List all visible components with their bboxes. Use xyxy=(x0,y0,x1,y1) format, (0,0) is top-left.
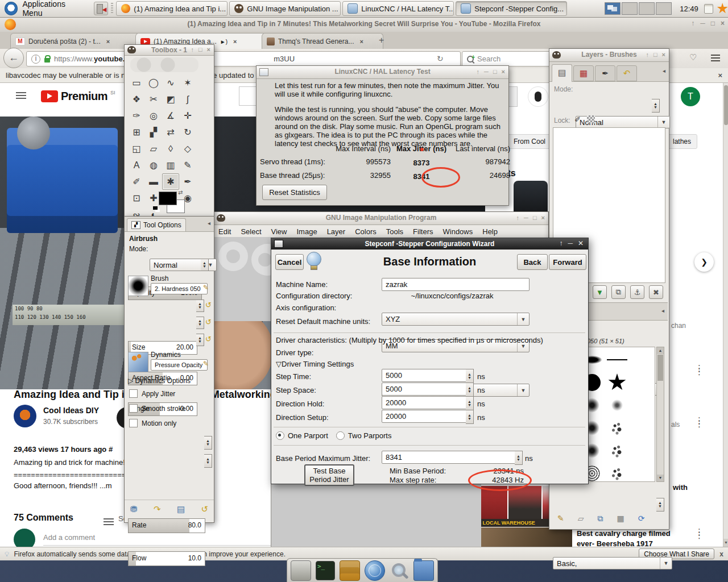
brush-scrollbar[interactable]: ▲ ▼ xyxy=(656,347,664,482)
dock-folder[interactable] xyxy=(413,560,434,581)
tool-crop[interactable]: ▞ xyxy=(145,124,162,140)
tab-gmail[interactable]: M Doručená pošta (2) - t... × xyxy=(10,33,140,49)
scrollbar-down-arrow[interactable]: ▼ xyxy=(723,539,728,547)
test-base-period-jitter-button[interactable]: Test Base Period Jitter xyxy=(304,464,354,486)
forward-button[interactable]: Forward xyxy=(549,254,586,270)
tool-ink[interactable]: ✒ xyxy=(179,173,196,190)
dock-web-browser[interactable] xyxy=(365,560,385,581)
toolbox-titlebar[interactable]: Toolbox - 1 ↑□× xyxy=(125,45,214,56)
url-bar[interactable]: i https://www.youtube. m3UU xyxy=(26,51,461,66)
duplicate-brush-icon[interactable]: ⧉ xyxy=(598,514,603,523)
aspect-spinner[interactable]: ▲▼ xyxy=(196,317,204,329)
tool-cage-transform[interactable]: ◇ xyxy=(179,140,196,157)
direction-hold-input[interactable]: 20000 xyxy=(382,396,473,409)
panel-clock[interactable]: 12:49 xyxy=(680,5,698,13)
dock-terminal[interactable]: >_ xyxy=(316,561,335,580)
tool-ellipse-select[interactable]: ◯ xyxy=(145,74,162,91)
minimize-icon[interactable]: ─ xyxy=(484,68,489,75)
tool-scale[interactable]: ◱ xyxy=(128,140,145,157)
maximize-icon[interactable]: □ xyxy=(653,51,657,58)
tool-color-picker[interactable]: ✑ xyxy=(128,107,145,124)
notification-close-icon[interactable]: × xyxy=(718,71,722,80)
more-options-icon[interactable]: ⋮⋮ xyxy=(695,530,704,537)
duplicate-layer-button[interactable]: ⧉ xyxy=(611,285,626,299)
page-scrollbar[interactable]: ▼ xyxy=(723,83,728,547)
delete-brush-icon[interactable]: ▦ xyxy=(617,514,624,523)
close-icon[interactable]: ✕ xyxy=(578,239,584,247)
shade-icon[interactable]: ↑ xyxy=(559,239,562,247)
tool-zoom[interactable]: ◎ xyxy=(145,107,162,124)
close-icon[interactable]: × xyxy=(721,19,725,27)
minimize-icon[interactable]: ─ xyxy=(568,239,573,247)
audio-playing-icon[interactable]: ►) xyxy=(220,39,228,45)
tool-rectangle-select[interactable]: ▭ xyxy=(128,74,145,91)
angle-spinner[interactable]: ▲▼ xyxy=(196,334,204,346)
lock-alpha-icon[interactable] xyxy=(587,115,595,123)
stepconf-window[interactable]: Stepconf -Stepper Configuration Wizard ↑… xyxy=(271,238,589,484)
maximize-icon[interactable]: □ xyxy=(198,46,202,53)
brush-fuzz2[interactable] xyxy=(605,394,630,417)
refresh-brushes-icon[interactable]: ⟳ xyxy=(638,514,645,523)
workspace-2[interactable] xyxy=(622,2,638,15)
logout-launcher[interactable]: ◀ xyxy=(94,2,108,15)
axis-config-select[interactable]: XYZ▼ xyxy=(382,313,530,326)
tool-foreground-select[interactable]: ◩ xyxy=(162,91,179,107)
gimp-toolbox-window[interactable]: Toolbox - 1 ↑□× ▭◯∿✶❖✂◩∫✑◎∡✛⊞▞⇄↻◱▱◊◇A◍▥✎… xyxy=(124,44,214,217)
default-colors-icon[interactable] xyxy=(153,206,158,210)
tool-options-window[interactable]: ▞ Tool Options ◂ Airbrush Mode: Normal▼ … xyxy=(124,216,214,523)
firefox-menu-icon[interactable] xyxy=(711,55,720,56)
account-avatar[interactable]: T xyxy=(681,87,700,106)
gimp-canvas-lower[interactable] xyxy=(271,483,481,547)
menu-windows[interactable]: Windows xyxy=(443,227,473,236)
reload-icon[interactable]: ↻ xyxy=(437,54,444,63)
youtube-menu-icon[interactable] xyxy=(16,92,26,93)
step-space-input[interactable]: 5000 xyxy=(382,383,473,396)
tool-bucket-fill[interactable]: ◍ xyxy=(145,157,162,173)
menu-edit[interactable]: Edit xyxy=(218,227,231,236)
taskbar-window-button[interactable]: (1) Amazing Idea and Tip i... xyxy=(116,1,228,16)
gimp-canvas[interactable] xyxy=(213,237,271,321)
power-tray-icon[interactable] xyxy=(717,3,728,14)
delete-preset-icon[interactable]: ▤ xyxy=(177,504,185,514)
notes-tray-icon[interactable] xyxy=(704,4,714,14)
close-icon[interactable]: × xyxy=(502,68,505,75)
shade-icon[interactable]: ↑ xyxy=(191,46,194,53)
tab-menu-icon[interactable]: ◂ xyxy=(208,220,210,226)
filter-chip[interactable]: lathes xyxy=(667,134,697,149)
tool-fuzzy-select[interactable]: ✶ xyxy=(179,74,196,91)
tab-close-icon[interactable]: × xyxy=(233,38,237,45)
latency-titlebar[interactable]: LinuxCNC / HAL Latency Test ↑─□× xyxy=(257,66,508,79)
shade-icon[interactable]: ↑ xyxy=(646,51,649,58)
dynamics-name-field[interactable]: Pressure Opacity xyxy=(151,359,208,371)
direction-hold-spinner[interactable]: ▲▼ xyxy=(466,396,474,410)
tool-text[interactable]: A xyxy=(128,157,145,173)
tool-gradient[interactable]: ▥ xyxy=(162,157,179,173)
scrollbar-thumb[interactable] xyxy=(724,85,728,125)
maximize-icon[interactable]: □ xyxy=(711,19,715,27)
layers-titlebar[interactable]: Layers - Brushes ↑□× xyxy=(549,49,669,62)
edit-brush-icon[interactable]: ✎ xyxy=(557,514,564,523)
edit-dynamics-icon[interactable]: ✎ xyxy=(203,360,209,368)
youtube-logo[interactable]: Premium SI xyxy=(41,90,115,103)
minimize-icon[interactable]: ─ xyxy=(524,214,528,221)
tool-rotate[interactable]: ↻ xyxy=(179,124,196,140)
lock-pixels-icon[interactable]: ✐ xyxy=(574,115,581,124)
tab-menu-icon[interactable]: ◂ xyxy=(663,68,665,74)
save-preset-icon[interactable]: ⛃ xyxy=(130,504,138,514)
menu-select[interactable]: Select xyxy=(241,227,261,236)
tool-airbrush[interactable]: ✱ xyxy=(162,173,179,190)
shade-icon[interactable]: ↑ xyxy=(691,19,694,27)
close-icon[interactable]: × xyxy=(662,51,665,58)
tool-scissors-select[interactable]: ✂ xyxy=(145,91,162,107)
step-time-spinner[interactable]: ▲▼ xyxy=(466,369,474,383)
tool-options-tab[interactable]: ▞ Tool Options xyxy=(127,218,186,231)
brush-spray[interactable] xyxy=(605,439,630,462)
tool-free-select[interactable]: ∿ xyxy=(162,74,179,91)
brush-hline[interactable] xyxy=(605,348,630,371)
channel-avatar[interactable] xyxy=(14,405,36,427)
tool-select-by-color[interactable]: ❖ xyxy=(128,91,145,107)
menu-layer[interactable]: Layer xyxy=(327,227,346,236)
close-icon[interactable]: × xyxy=(541,214,545,221)
step-time-input[interactable]: 5000 xyxy=(382,369,473,382)
dock-search[interactable] xyxy=(390,561,409,580)
